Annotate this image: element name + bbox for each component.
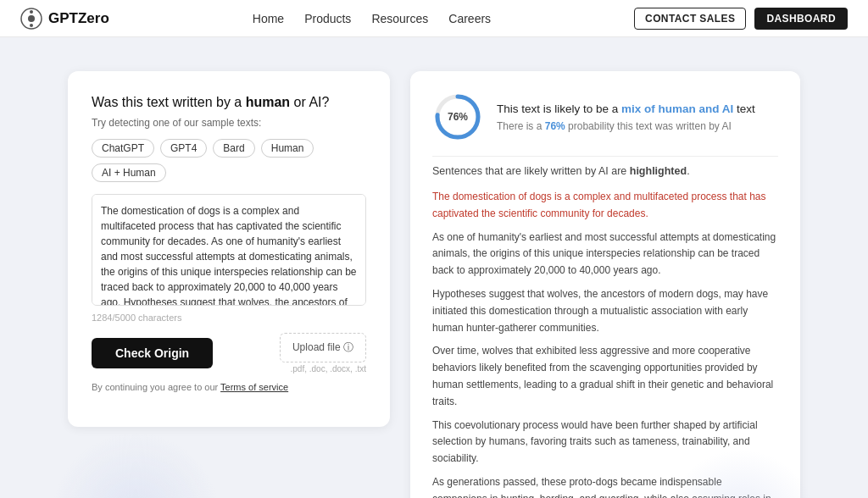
card-actions: Check Origin Upload file ⓘ .pdf, .doc, .… xyxy=(92,333,366,374)
terms-prefix: By continuing you agree to our xyxy=(92,382,220,392)
card-subtitle: Try detecting one of our sample texts: xyxy=(92,117,366,129)
nav-resources[interactable]: Resources xyxy=(371,12,428,25)
nav-careers[interactable]: Careers xyxy=(448,12,491,25)
card-title-suffix: or AI? xyxy=(290,95,329,109)
nav-products[interactable]: Products xyxy=(304,12,351,25)
sentences-label-prefix: Sentences that are likely written by AI … xyxy=(432,165,630,177)
sentences-label: Sentences that are likely written by AI … xyxy=(432,165,778,177)
divider xyxy=(432,156,778,157)
input-card: Was this text written by a human or AI? … xyxy=(68,71,390,427)
terms-link[interactable]: Terms of service xyxy=(220,382,288,392)
probability-chart: 76% xyxy=(432,91,483,142)
card-title: Was this text written by a human or AI? xyxy=(92,95,366,110)
bg-decoration-left xyxy=(51,432,220,498)
nav-actions: CONTACT SALES DASHBOARD xyxy=(634,8,848,30)
logo-text: GPTZero xyxy=(48,10,109,27)
result-sub-suffix: probability this text was written by AI xyxy=(565,120,732,132)
chip-human[interactable]: Human xyxy=(261,139,314,158)
sentence-5: This coevolutionary process would have b… xyxy=(432,418,778,468)
chip-ai-human[interactable]: AI + Human xyxy=(92,163,166,182)
sentence-4: Over time, wolves that exhibited less ag… xyxy=(432,343,778,410)
chip-gpt4[interactable]: GPT4 xyxy=(160,139,207,158)
terms-text: By continuing you agree to our Terms of … xyxy=(92,382,366,392)
result-sub-pct: 76% xyxy=(545,120,565,132)
probability-label: 76% xyxy=(448,111,468,123)
upload-hint: .pdf, .doc, .docx, .txt xyxy=(280,364,366,374)
dashboard-button[interactable]: DASHBOARD xyxy=(754,8,848,30)
result-card: 76% This text is likely to be a mix of h… xyxy=(410,71,800,498)
sample-chips: ChatGPT GPT4 Bard Human AI + Human xyxy=(92,139,366,182)
sentence-1: The domestication of dogs is a complex a… xyxy=(432,189,778,223)
result-sub-prefix: There is a xyxy=(497,120,545,132)
upload-label: Upload file ⓘ xyxy=(292,340,353,355)
result-summary: This text is likely to be a mix of human… xyxy=(497,102,778,133)
svg-point-2 xyxy=(30,10,33,14)
navbar: GPTZero Home Products Resources Careers … xyxy=(0,0,868,37)
nav-links: Home Products Resources Careers xyxy=(253,12,491,25)
sentences-label-emphasis: highlighted xyxy=(630,165,687,177)
contact-sales-button[interactable]: CONTACT SALES xyxy=(634,8,746,30)
sentence-6: As generations passed, these proto-dogs … xyxy=(432,474,778,498)
sentence-2: As one of humanity's earliest and most s… xyxy=(432,230,778,279)
chip-bard[interactable]: Bard xyxy=(213,139,254,158)
result-title-suffix: text xyxy=(733,102,755,115)
result-header: 76% This text is likely to be a mix of h… xyxy=(432,91,778,142)
upload-file-button[interactable]: Upload file ⓘ xyxy=(280,333,366,362)
char-count: 1284/5000 characters xyxy=(92,313,366,323)
logo-icon xyxy=(20,8,42,30)
sentence-3: Hypotheses suggest that wolves, the ance… xyxy=(432,286,778,336)
svg-point-1 xyxy=(28,15,35,22)
chip-chatgpt[interactable]: ChatGPT xyxy=(92,139,154,158)
result-mix-label: mix of human and AI xyxy=(621,102,733,115)
logo[interactable]: GPTZero xyxy=(20,8,109,30)
result-subtitle: There is a 76% probability this text was… xyxy=(497,120,778,132)
upload-area: Upload file ⓘ .pdf, .doc, .docx, .txt xyxy=(280,333,366,374)
check-origin-button[interactable]: Check Origin xyxy=(92,338,213,368)
nav-home[interactable]: Home xyxy=(253,12,284,25)
main-content: Was this text written by a human or AI? … xyxy=(0,37,868,498)
svg-point-3 xyxy=(30,24,33,27)
card-title-prefix: Was this text written by a xyxy=(92,95,246,109)
result-text: The domestication of dogs is a complex a… xyxy=(432,189,778,498)
result-title-prefix: This text is likely to be a xyxy=(497,102,621,115)
card-title-emphasis: human xyxy=(246,95,290,109)
text-input[interactable] xyxy=(92,194,366,306)
result-title: This text is likely to be a mix of human… xyxy=(497,102,778,118)
